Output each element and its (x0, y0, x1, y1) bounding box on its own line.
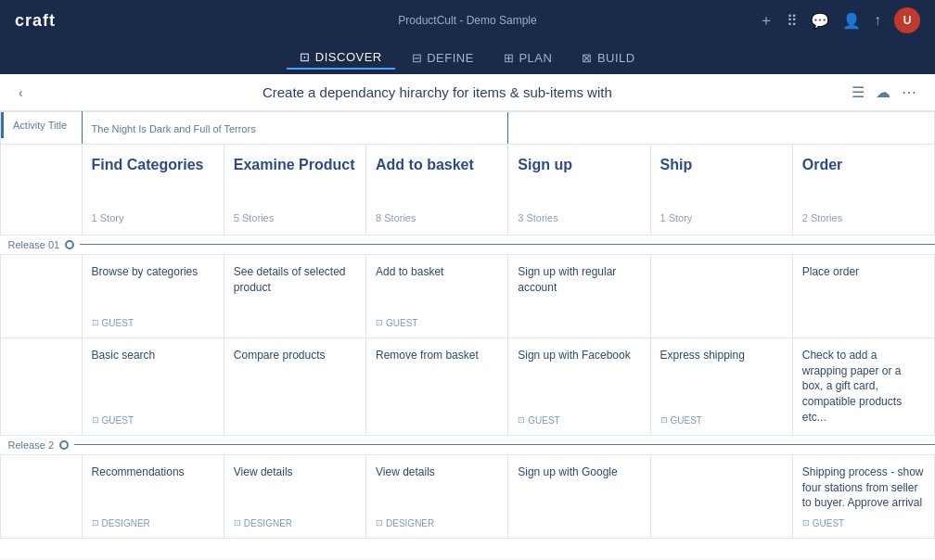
plan-icon: ⊞ (504, 51, 515, 65)
story-card[interactable]: Sign up with Google (508, 454, 650, 538)
story-card[interactable]: See details of selected product (224, 254, 365, 337)
page-title: Create a dependancy hirarchy for items &… (23, 84, 852, 100)
nav-build[interactable]: ⊠ BUILD (569, 47, 647, 69)
nav-discover[interactable]: ⊡ DISCOVER (287, 46, 394, 70)
feature-ship: Ship 1 Story (650, 145, 792, 235)
tag-icon: ⊡ (376, 518, 383, 528)
story-card[interactable] (650, 454, 792, 538)
story-card[interactable]: Express shipping⊡GUEST (650, 337, 792, 435)
discover-icon: ⊡ (300, 50, 311, 64)
feature-find-categories: Find Categories 1 Story (82, 145, 224, 235)
story-card[interactable]: View details⊡DESIGNER (224, 454, 365, 538)
upload-icon[interactable]: ↑ (874, 12, 881, 29)
tag-icon: ⊡ (660, 415, 668, 425)
release-label-row-release-01: Release 01 (1, 235, 935, 254)
chat-icon[interactable]: 💬 (811, 12, 829, 30)
story-tag-label: GUEST (528, 415, 559, 426)
feature-order: Order 2 Stories (792, 145, 934, 235)
feature-examine-product: Examine Product 5 Stories (224, 145, 365, 235)
story-card[interactable]: Browse by categories⊡GUEST (82, 254, 224, 337)
story-card[interactable]: Place order (792, 254, 934, 337)
feature-row: Find Categories 1 Story Examine Product … (1, 145, 935, 235)
tag-icon: ⊡ (376, 318, 383, 327)
subheader-actions: ☰ ☁ ⋯ (852, 83, 916, 101)
story-card[interactable] (650, 254, 792, 337)
activity-title: Activity Title (13, 120, 67, 131)
tag-icon: ⊡ (802, 518, 810, 528)
story-card[interactable]: Remove from basket (366, 337, 508, 435)
story-tag-label: DESIGNER (386, 518, 434, 528)
tag-icon: ⊡ (92, 518, 99, 528)
story-tag-label: GUEST (386, 318, 417, 328)
story-tag-label: GUEST (813, 518, 844, 528)
story-row-release-2-0: Recommendations⊡DESIGNERView details⊡DES… (1, 454, 935, 538)
tag-icon: ⊡ (92, 318, 99, 327)
story-tag-label: GUEST (671, 415, 702, 426)
story-table: Activity Title The Night Is Dark and Ful… (0, 111, 935, 539)
story-card[interactable]: View details⊡DESIGNER (366, 454, 508, 538)
story-tag-label: DESIGNER (244, 518, 292, 528)
story-tag-label: GUEST (102, 415, 134, 426)
app-title: ProductCult - Demo Sample (398, 14, 536, 27)
story-card[interactable]: Add to basket⊡GUEST (366, 254, 508, 337)
define-icon: ⊟ (412, 51, 423, 65)
story-row-release-01-1: Basic search⊡GUESTCompare productsRemove… (1, 337, 935, 435)
more-icon[interactable]: ⋯ (902, 83, 916, 101)
story-card[interactable]: Sign up with Facebook⊡GUEST (508, 337, 650, 435)
tag-icon: ⊡ (92, 415, 99, 425)
feature-sign-up: Sign up 3 Stories (508, 145, 650, 235)
story-card[interactable]: Sign up with regular account (508, 254, 650, 337)
main-content: Activity Title The Night Is Dark and Ful… (0, 111, 935, 558)
story-card[interactable]: Basic search⊡GUEST (82, 337, 224, 435)
release-label-release-01: Release 01 (8, 239, 60, 250)
release-label-row-release-2: Release 2 (1, 435, 935, 454)
story-card[interactable]: Recommendations⊡DESIGNER (82, 454, 224, 538)
topbar: craft ProductCult - Demo Sample ＋ ⠿ 💬 👤 … (0, 0, 935, 41)
story-row-release-01-0: Browse by categories⊡GUESTSee details of… (1, 254, 935, 337)
story-tag-label: GUEST (102, 318, 134, 328)
cloud-icon[interactable]: ☁ (876, 83, 890, 101)
user-icon[interactable]: 👤 (842, 12, 861, 30)
feature-add-to-basket: Add to basket 8 Stories (366, 145, 508, 235)
topbar-right: ＋ ⠿ 💬 👤 ↑ U (759, 7, 920, 33)
main-nav: ⊡ DISCOVER ⊟ DEFINE ⊞ PLAN ⊠ BUILD (0, 41, 935, 74)
tag-icon: ⊡ (518, 415, 525, 425)
story-card[interactable]: Check to add a wrapping paper or a box, … (792, 337, 934, 435)
logo: craft (15, 11, 56, 31)
story-card[interactable]: Compare products (224, 337, 365, 435)
header-row: Activity Title The Night Is Dark and Ful… (1, 112, 935, 145)
grid-icon[interactable]: ⠿ (787, 12, 798, 30)
avatar[interactable]: U (894, 7, 920, 33)
filter-icon[interactable]: ☰ (852, 83, 865, 101)
night-header: The Night Is Dark and Full of Terrors (92, 123, 256, 134)
story-card[interactable]: Shipping process - show four stations fr… (792, 454, 934, 538)
release-label-release-2: Release 2 (8, 439, 55, 451)
subheader: ‹ Create a dependancy hirarchy for items… (0, 74, 935, 111)
build-icon: ⊠ (582, 51, 593, 65)
nav-plan[interactable]: ⊞ PLAN (491, 47, 565, 69)
story-tag-label: DESIGNER (102, 518, 150, 528)
tag-icon: ⊡ (234, 518, 241, 528)
add-icon[interactable]: ＋ (759, 11, 774, 31)
nav-define[interactable]: ⊟ DEFINE (399, 47, 487, 69)
